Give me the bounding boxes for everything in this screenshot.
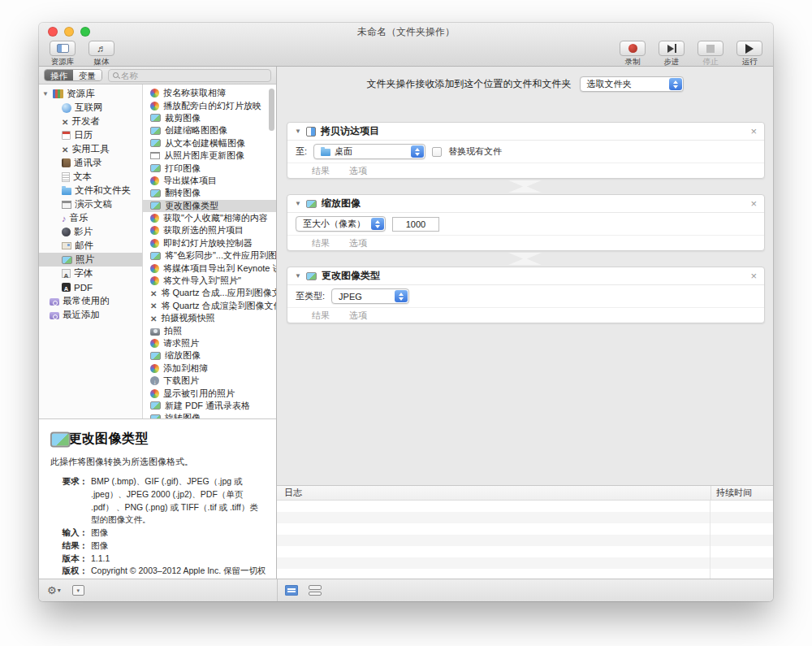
minimize-window-button[interactable] [64, 27, 74, 37]
search-field[interactable] [108, 69, 271, 82]
replace-existing-label: 替换现有文件 [448, 145, 502, 158]
disclosure-triangle-icon[interactable]: ▼ [295, 128, 301, 135]
action-item[interactable]: 播放配旁白的幻灯片放映 [143, 99, 276, 111]
action-item-label: 新建 PDF 通讯录表格 [165, 400, 250, 412]
options-link[interactable]: 选项 [349, 310, 367, 322]
results-link[interactable]: 结果 [312, 310, 330, 322]
action-item[interactable]: 新建 PDF 通讯录表格 [143, 400, 276, 412]
description-field-value: 1.1.1 [91, 553, 266, 566]
folder-icon [62, 188, 71, 195]
action-item[interactable]: 将媒体项目导出到 Keynote 讲演 [143, 262, 276, 274]
step-button[interactable]: 步进 [656, 41, 687, 67]
sidebar-item-calendar[interactable]: 日历 [39, 128, 142, 142]
record-button[interactable]: 录制 [617, 41, 648, 67]
action-item[interactable]: 拍摄视频快照 [143, 312, 276, 324]
sidebar-item-photos[interactable]: 照片 [39, 253, 142, 267]
duration-column-header[interactable]: 持续时间 [710, 486, 773, 500]
action-item[interactable]: 按名称获取相簿 [143, 87, 276, 99]
mail-icon [62, 242, 71, 249]
sidebar-smart-item[interactable]: 最近添加 [39, 308, 142, 322]
library-button[interactable]: 资源库 [47, 41, 78, 67]
workflow-step-change-image-type[interactable]: ▼ 更改图像类型 × 至类型: JPEG 结果 选项 [287, 267, 765, 323]
run-button[interactable]: 运行 [734, 41, 765, 67]
sidebar-smart-item[interactable]: 最常使用的 [39, 294, 142, 308]
action-item[interactable]: 将 Quartz 合成...应用到图像文件 [143, 287, 276, 299]
action-item[interactable]: 从照片图库更新图像 [143, 150, 276, 162]
action-item-label: 导出媒体项目 [163, 175, 217, 187]
disclosure-triangle-icon[interactable]: ▼ [42, 90, 50, 98]
destination-popup[interactable]: 桌面 [313, 144, 425, 159]
options-link[interactable]: 选项 [349, 237, 367, 249]
action-description-summary: 此操作将图像转换为所选图像格式。 [50, 456, 266, 468]
action-item[interactable]: 获取所选的照片项目 [143, 224, 276, 236]
action-item[interactable]: 从文本创建横幅图像 [143, 137, 276, 150]
action-item[interactable]: 导出媒体项目 [143, 175, 276, 187]
scale-size-input[interactable] [392, 217, 439, 232]
action-item[interactable]: 旋转图像 [143, 412, 276, 418]
action-item[interactable]: 请求照片 [143, 337, 276, 349]
sidebar-item-tools[interactable]: 实用工具 [39, 142, 142, 156]
sidebar-item-tools[interactable]: 开发者 [39, 115, 142, 128]
remove-step-icon[interactable]: × [750, 126, 757, 137]
presentation-icon [62, 201, 71, 209]
split-view-button[interactable] [309, 585, 322, 596]
titlebar[interactable]: 未命名（文件夹操作） [39, 23, 773, 41]
results-link[interactable]: 结果 [312, 237, 330, 249]
action-item[interactable]: 将 Quartz 合成渲染到图像文件 [143, 300, 276, 312]
action-item[interactable]: 裁剪图像 [143, 112, 276, 124]
sidebar-item-folder[interactable]: 文件和文件夹 [39, 184, 142, 197]
media-button[interactable]: ♬ 媒体 [86, 41, 117, 67]
close-window-button[interactable] [48, 27, 58, 37]
sidebar-item-presentation[interactable]: 演示文稿 [39, 197, 142, 211]
sidebar-item-text[interactable]: 文本 [39, 170, 142, 184]
remove-step-icon[interactable]: × [750, 198, 757, 209]
disclosure-triangle-icon[interactable]: ▼ [295, 272, 301, 280]
action-item[interactable]: 获取"个人收藏"相簿的内容 [143, 212, 276, 224]
sidebar-item-music[interactable]: 音乐 [39, 211, 142, 225]
actions-scrollbar[interactable] [269, 89, 274, 131]
action-item[interactable]: 添加到相簿 [143, 362, 276, 375]
library-sidebar-icon [57, 44, 69, 53]
panel-toggle-button[interactable]: ▾ [72, 585, 84, 596]
action-item[interactable]: 更改图像类型 [143, 200, 276, 212]
log-section: 日志 持续时间 [277, 485, 773, 579]
sidebar-item-label: 资源库 [67, 88, 95, 100]
tab-actions[interactable]: 操作 [45, 70, 73, 80]
sidebar-item-library[interactable]: ▼资源库 [39, 87, 142, 101]
search-input[interactable] [121, 71, 266, 80]
action-item[interactable]: 创建缩略图图像 [143, 124, 276, 137]
disclosure-triangle-icon[interactable]: ▼ [295, 200, 301, 207]
sidebar-item-pdf[interactable]: PDF [39, 280, 142, 294]
sidebar-item-contacts[interactable]: 通讯录 [39, 156, 142, 170]
sidebar-item-fonts[interactable]: 字体 [39, 267, 142, 280]
action-item[interactable]: 缩放图像 [143, 349, 276, 362]
action-item[interactable]: 将"色彩同步"...文件应用到图像 [143, 249, 276, 262]
log-view-button[interactable] [285, 585, 298, 596]
action-item[interactable]: 将文件导入到"照片" [143, 275, 276, 287]
workflow-step-copy-finder-items[interactable]: ▼ 拷贝访达项目 × 至: 桌面 替换现有文件 [287, 122, 765, 179]
sidebar-item-globe[interactable]: 互联网 [39, 101, 142, 115]
music-icon [62, 214, 67, 223]
results-link[interactable]: 结果 [312, 165, 330, 177]
remove-step-icon[interactable]: × [750, 271, 757, 281]
workflow-step-scale-images[interactable]: ▼ 缩放图像 × 至大小（像素） 结果 选项 [287, 194, 765, 251]
options-link[interactable]: 选项 [349, 165, 367, 177]
zoom-window-button[interactable] [80, 27, 90, 37]
run-icon [745, 44, 754, 54]
action-item[interactable]: 下载图片 [143, 375, 276, 387]
action-item[interactable]: 翻转图像 [143, 187, 276, 199]
scale-mode-popup[interactable]: 至大小（像素） [296, 216, 386, 232]
action-item[interactable]: 显示被引用的照片 [143, 387, 276, 399]
gear-menu-button[interactable]: ⚙ [47, 584, 57, 596]
image-type-popup[interactable]: JPEG [331, 288, 409, 304]
sidebar-item-mail[interactable]: 邮件 [39, 239, 142, 253]
tab-variables[interactable]: 变量 [73, 70, 102, 80]
action-item[interactable]: 拍照 [143, 324, 276, 336]
action-item[interactable]: 打印图像 [143, 162, 276, 174]
sidebar-item-movies[interactable]: 影片 [39, 225, 142, 239]
action-item[interactable]: 即时幻灯片放映控制器 [143, 237, 276, 249]
replace-existing-checkbox[interactable] [432, 147, 442, 157]
sidebar-item-label: PDF [74, 283, 93, 293]
log-column-header[interactable]: 日志 [284, 487, 302, 499]
choose-folder-popup[interactable]: 选取文件夹 [580, 76, 684, 92]
